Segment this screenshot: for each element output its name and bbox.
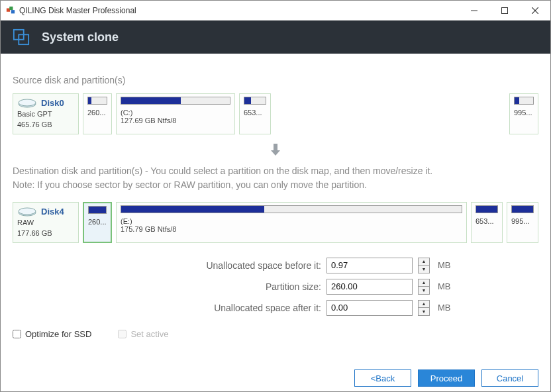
set-active-input [118, 330, 126, 338]
svg-point-10 [19, 99, 36, 106]
disk-icon [17, 207, 37, 219]
before-spinner[interactable]: ▲▼ [418, 258, 430, 273]
partsize-input[interactable] [326, 279, 413, 295]
after-spinner[interactable]: ▲▼ [418, 300, 430, 316]
disk-type: Basic GPT [17, 109, 74, 119]
svg-rect-2 [11, 10, 15, 13]
partsize-label: Partition size: [87, 281, 321, 292]
partsize-spinner[interactable]: ▲▼ [418, 279, 430, 295]
page-title: System clone [42, 30, 119, 44]
spinner-up-icon[interactable]: ▲ [419, 279, 429, 287]
spinner-down-icon[interactable]: ▼ [419, 266, 429, 273]
options-row: Optimize for SSD Set active [13, 329, 538, 339]
dest-line2: Note: If you choose sector by sector or … [13, 178, 538, 193]
partition-size: 260... [88, 218, 107, 226]
dest-partition[interactable]: (E:) 175.79 GB Ntfs/8 [116, 202, 467, 243]
partition-size: 995... [511, 217, 534, 225]
disk-size: 177.66 GB [17, 228, 74, 238]
dest-disk-row: Disk4 RAW 177.66 GB 260... (E:) 175.79 G… [13, 202, 538, 243]
disk-icon [17, 98, 37, 110]
partition-size: 127.69 GB Ntfs/8 [121, 117, 230, 124]
spinner-up-icon[interactable]: ▲ [419, 301, 429, 309]
dest-partition[interactable]: 653... [471, 202, 503, 243]
unit-label: MB [438, 303, 464, 313]
arrow-down-icon [13, 142, 538, 159]
optimize-ssd-label: Optimize for SSD [25, 329, 91, 339]
minimize-button[interactable] [459, 1, 489, 21]
cancel-button[interactable]: Cancel [481, 369, 538, 387]
disk-name: Disk4 [41, 207, 74, 217]
spinner-up-icon[interactable]: ▲ [419, 258, 429, 266]
after-label: Unallocated space after it: [87, 303, 321, 313]
window-title: QILING Disk Master Professional [19, 6, 136, 15]
before-label: Unallocated space before it: [87, 260, 321, 271]
source-partition[interactable]: 260... [83, 93, 112, 134]
partition-size: 175.79 GB Ntfs/8 [121, 225, 462, 233]
unit-label: MB [438, 281, 464, 291]
svg-point-14 [19, 208, 36, 215]
disk-type: RAW [17, 218, 74, 227]
main-content: Source disk and partition(s) Disk0 Basic… [1, 54, 550, 364]
disk-size: 465.76 GB [17, 120, 74, 129]
svg-rect-11 [274, 144, 277, 150]
unit-label: MB [438, 260, 464, 270]
resize-form: Unallocated space before it: ▲▼ MB Parti… [87, 258, 464, 316]
set-active-label: Set active [130, 329, 168, 339]
footer: <Back Proceed Cancel [1, 364, 550, 392]
partition-size: 260... [87, 109, 107, 117]
svg-rect-4 [502, 7, 508, 13]
proceed-button[interactable]: Proceed [418, 369, 475, 387]
source-disk[interactable]: Disk0 Basic GPT 465.76 GB [13, 93, 79, 134]
source-disk-row: Disk0 Basic GPT 465.76 GB 260... (C:) 12… [13, 93, 538, 134]
maximize-button[interactable] [489, 1, 520, 21]
source-partition[interactable]: 995... [509, 93, 538, 134]
partition-size: 653... [244, 109, 266, 117]
source-label: Source disk and partition(s) [13, 75, 538, 85]
system-clone-icon [13, 28, 30, 46]
after-input[interactable] [326, 300, 413, 316]
before-input[interactable] [326, 258, 413, 273]
dest-line1: Destination disk and partition(s) - You … [13, 164, 538, 179]
svg-rect-1 [9, 6, 13, 9]
window-titlebar: QILING Disk Master Professional [1, 1, 550, 21]
partition-size: 653... [476, 217, 498, 225]
partition-label: (E:) [121, 217, 462, 225]
spinner-down-icon[interactable]: ▼ [419, 287, 429, 294]
page-header: System clone [1, 21, 550, 54]
close-button[interactable] [520, 1, 550, 21]
svg-marker-12 [271, 150, 280, 156]
set-active-checkbox: Set active [118, 329, 168, 339]
disk-name: Disk0 [41, 98, 74, 108]
source-partition[interactable]: 653... [239, 93, 271, 134]
optimize-ssd-input[interactable] [13, 330, 21, 338]
source-partition[interactable]: (C:) 127.69 GB Ntfs/8 [116, 93, 235, 134]
dest-partition[interactable]: 260... [83, 202, 112, 243]
destination-text: Destination disk and partition(s) - You … [13, 164, 538, 193]
app-icon [6, 6, 15, 15]
dest-partition[interactable]: 995... [507, 202, 538, 243]
partition-label: (C:) [121, 109, 230, 117]
dest-disk[interactable]: Disk4 RAW 177.66 GB [13, 202, 79, 243]
spinner-down-icon[interactable]: ▼ [419, 308, 429, 315]
partition-size: 995... [514, 109, 534, 117]
back-button[interactable]: <Back [354, 369, 411, 387]
optimize-ssd-checkbox[interactable]: Optimize for SSD [13, 329, 91, 339]
